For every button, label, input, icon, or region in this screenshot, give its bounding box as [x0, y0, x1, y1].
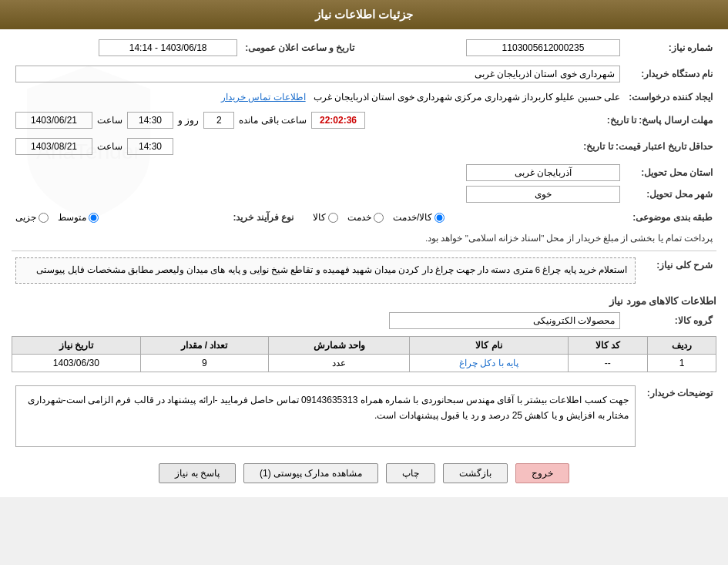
deadline-remaining-label: ساعت باقی مانده: [239, 115, 307, 126]
info-table-row7: طبقه بندی موضوعی: کالا خدمت کالا/خدمت: [12, 210, 716, 225]
unit: عدد: [269, 354, 410, 372]
description-title: شرح کلی نیاز:: [639, 255, 716, 291]
col-need-date: تاریخ نیاز: [12, 336, 141, 354]
reply-button[interactable]: پاسخ به نیاز: [159, 463, 236, 483]
city-value: خوی: [466, 186, 620, 203]
goods-section-title: اطلاعات کالاهای مورد نیاز: [12, 295, 716, 307]
page-header: جزئیات اطلاعات نیاز: [0, 0, 728, 29]
category-option-service[interactable]: خدمت: [347, 212, 384, 223]
need-number-label: شماره نیاز:: [624, 37, 716, 59]
print-button[interactable]: چاپ: [386, 463, 435, 483]
quantity: 9: [140, 354, 269, 372]
group-value: محصولات الکترونیکی: [389, 312, 620, 329]
deadline-label: مهلت ارسال پاسخ: تا تاریخ:: [603, 109, 716, 131]
deadline-time: 14:30: [127, 112, 173, 129]
back-button[interactable]: بازگشت: [443, 463, 508, 483]
buyer-name-label: نام دستگاه خریدار:: [624, 63, 716, 85]
goods-table: ردیف کد کالا نام کالا واحد شمارش تعداد /…: [12, 336, 716, 372]
description-text: استعلام خرید پایه چراغ 6 متری دسته دار ج…: [15, 257, 636, 284]
col-goods-name: نام کالا: [410, 336, 568, 354]
info-table-row1: شماره نیاز: 1103005612000235 تاریخ و ساع…: [12, 37, 716, 59]
row-number: 1: [648, 354, 716, 372]
need-date: 1403/06/30: [12, 354, 141, 372]
province-value: آذربایجان غربی: [466, 164, 620, 181]
category-option-both[interactable]: کالا/خدمت: [393, 212, 445, 223]
buttons-bar: پاسخ به نیاز مشاهده مدارک پیوستی (1) چاپ…: [12, 454, 716, 489]
exit-button[interactable]: خروج: [515, 463, 569, 483]
announce-datetime-label: تاریخ و ساعت اعلان عمومی:: [241, 37, 370, 59]
info-table-row3: ایجاد کننده درخواست: علی حسین علیلو کارب…: [12, 89, 716, 105]
deadline-date: 1403/06/21: [15, 112, 92, 129]
validity-label: حداقل تاریخ اعتبار قیمت: تا تاریخ:: [579, 136, 716, 157]
announce-datetime-value: 1403/06/18 - 14:14: [99, 39, 237, 56]
order-type-medium[interactable]: متوسط: [58, 212, 99, 223]
order-type-label: نوع فرآیند خرید:: [216, 210, 309, 225]
buyer-notes-text: جهت کسب اطلاعات بیشتر با آقای مهندس سبحا…: [15, 385, 636, 447]
info-table-row5: حداقل تاریخ اعتبار قیمت: تا تاریخ: 1403/…: [12, 136, 716, 157]
creator-value: علی حسین علیلو کاربرداز شهرداری مرکزی شه…: [314, 92, 620, 103]
city-label: شهر محل تحویل:: [624, 183, 716, 205]
validity-time-label: ساعت: [97, 141, 122, 152]
deadline-remaining: 22:02:36: [311, 112, 365, 129]
page-title: جزئیات اطلاعات نیاز: [315, 8, 413, 21]
buyer-notes-title: توضیحات خریدار:: [639, 383, 716, 449]
order-type-partial[interactable]: جزیی: [15, 212, 49, 223]
category-option-goods[interactable]: کالا: [313, 212, 338, 223]
col-row-number: ردیف: [648, 336, 716, 354]
col-quantity: تعداد / مقدار: [140, 336, 269, 354]
validity-date: 1403/08/21: [15, 138, 92, 155]
deadline-time-label: ساعت: [97, 115, 122, 126]
info-table-row4: مهلت ارسال پاسخ: تا تاریخ: 1403/06/21 سا…: [12, 109, 716, 131]
validity-time: 14:30: [127, 138, 173, 155]
creator-link[interactable]: اطلاعات تماس خریدار: [221, 92, 306, 103]
goods-name: پایه با دکل چراغ: [410, 354, 568, 372]
creator-label: ایجاد کننده درخواست:: [624, 89, 716, 105]
info-table-row2: نام دستگاه خریدار: شهرداری خوی استان اذر…: [12, 63, 716, 85]
description-section: شرح کلی نیاز: استعلام خرید پایه چراغ 6 م…: [12, 255, 716, 291]
deadline-day-label: روز و: [178, 115, 199, 126]
province-label: استان محل تحویل:: [624, 162, 716, 183]
group-label: گروه کالا:: [624, 310, 716, 331]
table-row: 1 -- پایه با دکل چراغ عدد 9 1403/06/30: [12, 354, 716, 372]
need-number-value: 1103005612000235: [466, 39, 620, 56]
info-table-row6: استان محل تحویل: آذربایجان غربی شهر محل …: [12, 162, 716, 205]
col-unit: واحد شمارش: [269, 336, 410, 354]
view-docs-button[interactable]: مشاهده مدارک پیوستی (1): [243, 463, 378, 483]
deadline-days: 2: [203, 112, 234, 129]
buyer-name-value: شهرداری خوی استان اذربایجان غربی: [15, 66, 620, 82]
payment-note: پرداخت تمام یا بخشی از مبلغ خریدار از مح…: [12, 230, 716, 247]
col-goods-code: کد کالا: [568, 336, 647, 354]
goods-code: --: [568, 354, 647, 372]
goods-group-row: گروه کالا: محصولات الکترونیکی: [12, 310, 716, 331]
category-label: طبقه بندی موضوعی:: [624, 210, 716, 225]
buyer-notes-section: توضیحات خریدار: جهت کسب اطلاعات بیشتر با…: [12, 383, 716, 449]
